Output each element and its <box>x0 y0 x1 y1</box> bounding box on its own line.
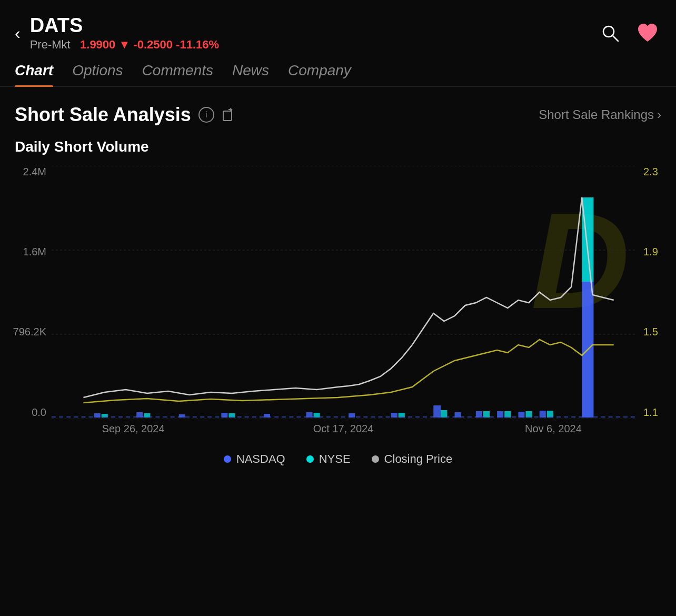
svg-rect-27 <box>441 410 447 418</box>
pre-mkt-pct: -11.16% <box>176 38 219 51</box>
favorite-button[interactable] <box>634 19 661 47</box>
x-axis: Sep 26, 2024 Oct 17, 2024 Nov 6, 2024 <box>52 419 635 440</box>
svg-point-0 <box>603 26 614 37</box>
heart-icon <box>636 23 659 44</box>
closing-label: Closing Price <box>384 452 453 466</box>
tab-company[interactable]: Company <box>288 62 351 86</box>
nyse-label: NYSE <box>319 452 351 466</box>
search-button[interactable] <box>599 22 621 44</box>
section-title-group: Short Sale Analysis i <box>15 104 237 126</box>
search-icon <box>601 24 620 43</box>
main-content: Short Sale Analysis i Short Sale Ranking… <box>0 87 676 483</box>
chart-section: Daily Short Volume D 2.4M 1.6M 796.2K 0.… <box>15 138 661 466</box>
chart-inner: 2.4M 1.6M 796.2K 0.0 2.3 1.9 1.5 1.1 <box>15 166 661 440</box>
ticker-info: DATS Pre-Mkt 1.9900 ▼ -0.2500 -11.16% <box>30 15 219 52</box>
chart-legend: NASDAQ NYSE Closing Price <box>15 448 661 466</box>
pre-market-info: Pre-Mkt 1.9900 ▼ -0.2500 -11.16% <box>30 38 219 52</box>
svg-rect-15 <box>433 405 441 418</box>
y-label-mid2: 796.2K <box>13 326 46 338</box>
ticker-symbol: DATS <box>30 15 219 37</box>
y-axis-right: 2.3 1.9 1.5 1.1 <box>640 166 661 419</box>
share-button[interactable] <box>222 107 237 123</box>
x-label-2: Oct 17, 2024 <box>313 423 374 435</box>
legend-nyse: NYSE <box>306 452 351 466</box>
pre-mkt-arrow: ▼ <box>118 38 130 51</box>
rankings-label: Short Sale Rankings <box>539 107 654 122</box>
y-right-mid1: 1.9 <box>643 246 658 258</box>
header-right <box>599 19 661 47</box>
chart-svg <box>52 166 635 419</box>
header: ‹ DATS Pre-Mkt 1.9900 ▼ -0.2500 -11.16% <box>0 0 676 62</box>
chart-plot <box>52 166 635 419</box>
nasdaq-label: NASDAQ <box>236 452 285 466</box>
y-right-bottom: 1.1 <box>643 406 658 419</box>
y-right-mid2: 1.5 <box>643 326 658 338</box>
pre-mkt-price: 1.9900 <box>80 38 115 51</box>
section-header: Short Sale Analysis i Short Sale Ranking… <box>15 104 661 126</box>
header-left: ‹ DATS Pre-Mkt 1.9900 ▼ -0.2500 -11.16% <box>15 15 219 52</box>
tab-comments[interactable]: Comments <box>142 62 213 86</box>
y-label-mid1: 1.6M <box>23 246 46 258</box>
share-icon <box>223 108 236 122</box>
tab-options[interactable]: Options <box>72 62 123 86</box>
legend-closing: Closing Price <box>372 452 453 466</box>
nav-tabs: Chart Options Comments News Company <box>0 62 676 87</box>
tab-news[interactable]: News <box>232 62 269 86</box>
svg-rect-2 <box>223 111 232 121</box>
tab-chart[interactable]: Chart <box>15 62 53 86</box>
y-label-bottom: 0.0 <box>32 406 46 419</box>
nyse-dot <box>306 455 314 463</box>
chart-subtitle: Daily Short Volume <box>15 138 661 155</box>
chart-container: D 2.4M 1.6M 796.2K 0.0 2.3 1.9 1.5 1.1 <box>15 166 661 440</box>
y-right-top: 2.3 <box>643 166 658 178</box>
chevron-right-icon: › <box>657 107 661 122</box>
y-axis-left: 2.4M 1.6M 796.2K 0.0 <box>15 166 52 419</box>
pre-mkt-change: -0.2500 <box>133 38 173 51</box>
legend-nasdaq: NASDAQ <box>224 452 285 466</box>
closing-dot <box>372 455 379 463</box>
info-icon-button[interactable]: i <box>198 107 214 123</box>
pre-mkt-label: Pre-Mkt <box>30 38 71 51</box>
x-label-1: Sep 26, 2024 <box>102 423 165 435</box>
nasdaq-dot <box>224 455 231 463</box>
x-label-3: Nov 6, 2024 <box>525 423 582 435</box>
rankings-link[interactable]: Short Sale Rankings › <box>539 107 661 122</box>
y-label-top: 2.4M <box>23 166 46 178</box>
back-button[interactable]: ‹ <box>15 25 21 42</box>
section-title: Short Sale Analysis <box>15 104 191 126</box>
svg-line-1 <box>613 36 618 41</box>
